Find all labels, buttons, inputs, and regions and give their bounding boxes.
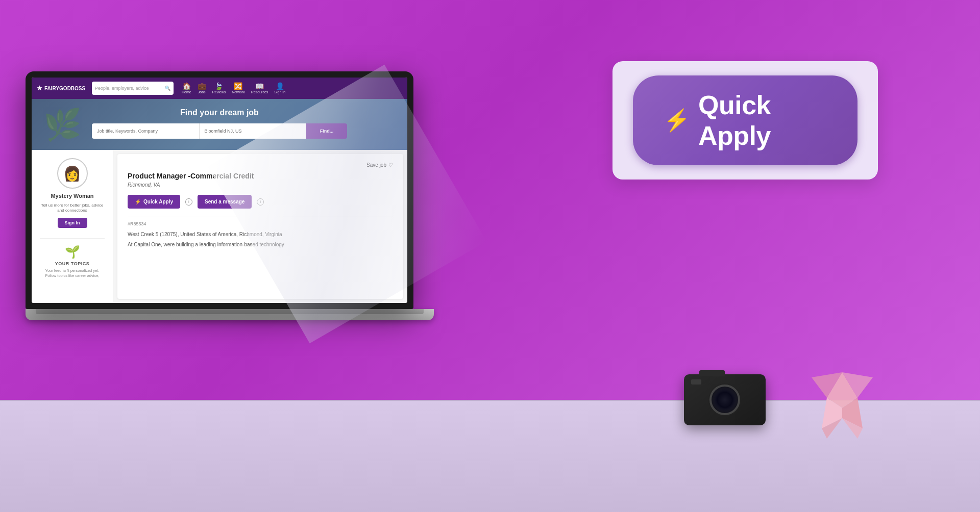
nav-icons: 🏠 Home 💼 Jobs 🍃 Reviews 🔀 Network [182,83,285,94]
camera-flash [691,379,701,385]
save-job-label: Save job [366,162,386,168]
main-content: 👩 Mystery Woman Tell us more for better … [32,150,407,303]
save-job-button[interactable]: Save job ♡ [366,162,393,168]
send-message-button[interactable]: Send a message [198,195,252,209]
nav-home-label: Home [182,90,191,94]
camera-decoration [684,374,766,430]
nav-item-jobs[interactable]: 💼 Jobs [198,83,206,94]
job-panel: Save job ♡ Product Manager -Commercial C… [117,154,403,299]
avatar-icon: 👩 [63,165,81,182]
hero-banner: 🌿 Find your dream job Find... [32,99,407,150]
send-message-info-icon[interactable]: i [257,198,264,206]
logo-text: FAIRYGODBOSS [44,86,85,91]
nav-signin-label: Sign In [274,90,285,94]
quick-apply-lightning-icon: ⚡ [135,199,141,204]
nav-item-network[interactable]: 🔀 Network [232,83,245,94]
hero-location-input[interactable] [199,123,307,139]
avatar: 👩 [57,158,88,189]
home-icon: 🏠 [182,83,191,90]
signin-icon: 👤 [276,83,284,90]
quick-apply-badge-inner: ⚡ Quick Apply [633,75,857,165]
laptop-screen: ★ FAIRYGODBOSS People, employers, advice… [32,78,407,303]
nav-item-signin[interactable]: 👤 Sign In [274,83,285,94]
save-job-row: Save job ♡ [128,162,393,168]
quick-apply-info-icon[interactable]: i [185,198,192,206]
job-location: Richmond, VA [128,182,393,188]
nav-item-resources[interactable]: 📖 Resources [251,83,268,94]
quick-apply-badge: ⚡ Quick Apply [612,61,878,180]
logo-star-icon: ★ [37,85,42,92]
camera-lens [709,385,740,415]
hero-job-search-input[interactable] [92,123,199,139]
origami-crane-decoration [812,367,873,441]
nav-resources-label: Resources [251,90,268,94]
nav-item-reviews[interactable]: 🍃 Reviews [212,83,226,94]
laptop-base [26,309,434,320]
camera-top [699,370,725,376]
camera-body [684,374,766,425]
network-icon: 🔀 [234,83,242,90]
quick-apply-label: Quick Apply [143,199,173,204]
nav-network-label: Network [232,90,245,94]
topics-label: YOUR TOPICS [55,261,89,266]
reviews-icon: 🍃 [214,83,223,90]
topics-icon: 🌱 [65,245,80,259]
hero-leaves-decoration: 🌿 [32,99,93,150]
topics-section: 🌱 YOUR TOPICS Your feed isn't personaliz… [40,238,105,278]
sidebar-signin-button[interactable]: Sign In [58,218,87,228]
laptop: ★ FAIRYGODBOSS People, employers, advice… [26,71,434,320]
badge-lightning-icon: ⚡ [664,110,690,131]
crane-svg [812,367,873,439]
nav-item-home[interactable]: 🏠 Home [182,83,191,94]
laptop-screen-wrapper: ★ FAIRYGODBOSS People, employers, advice… [26,71,413,309]
resources-icon: 📖 [255,83,264,90]
site-logo: ★ FAIRYGODBOSS [37,85,88,92]
topics-description: Your feed isn't personalized yet. Follow… [40,268,105,278]
nav-reviews-label: Reviews [212,90,226,94]
search-bar[interactable]: People, employers, advice 🔍 [92,82,174,95]
hero-search-row: Find... [92,123,347,139]
job-divider [128,217,393,217]
search-placeholder-text: People, employers, advice [95,86,149,91]
job-title: Product Manager -Commercial Credit [128,172,393,180]
hero-title: Find your dream job [42,108,397,117]
job-id: #R85534 [128,221,393,226]
job-address: West Creek 5 (12075), United States of A… [128,232,393,237]
site-navbar: ★ FAIRYGODBOSS People, employers, advice… [32,78,407,99]
quick-apply-badge-text: Quick Apply [698,90,827,151]
quick-apply-button[interactable]: ⚡ Quick Apply [128,195,180,209]
left-sidebar: 👩 Mystery Woman Tell us more for better … [32,150,113,303]
search-icon: 🔍 [165,86,170,91]
nav-jobs-label: Jobs [198,90,206,94]
user-name: Mystery Woman [51,193,93,199]
job-description: At Capital One, were building a leading … [128,241,393,248]
laptop-hinge [36,309,424,314]
user-description: Tell us more for better jobs, advice and… [40,203,105,214]
action-buttons: ⚡ Quick Apply i Send a message i [128,195,393,209]
hero-search-button[interactable]: Find... [306,123,347,139]
heart-icon: ♡ [388,162,393,168]
jobs-icon: 💼 [198,83,206,90]
